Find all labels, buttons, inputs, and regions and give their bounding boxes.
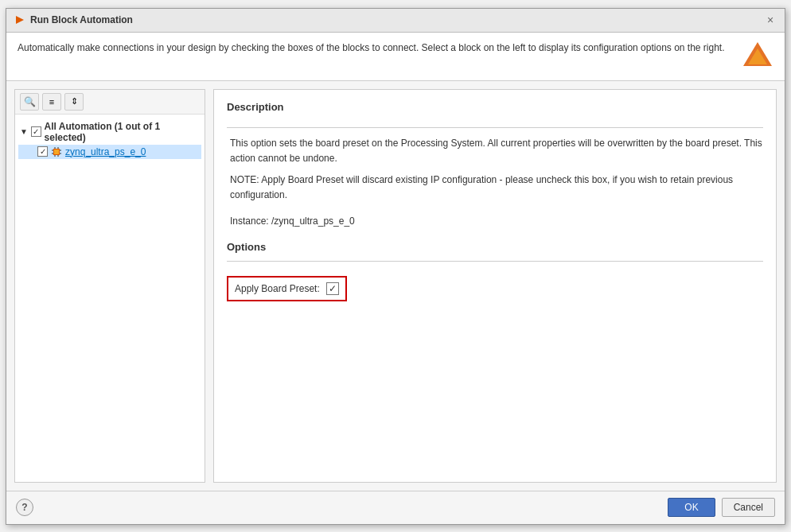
title-bar: Run Block Automation × <box>6 9 785 33</box>
footer-buttons: OK Cancel <box>668 498 775 517</box>
svg-rect-4 <box>54 150 59 154</box>
expand-all-button[interactable]: ⇕ <box>64 93 84 111</box>
content-area: 🔍 ≡ ⇕ ▼ ✓ All Automation (1 out of 1 sel… <box>6 81 785 491</box>
collapse-icon: ≡ <box>49 97 54 107</box>
search-button[interactable]: 🔍 <box>20 93 39 111</box>
tree-expand-arrow: ▼ <box>20 127 28 136</box>
dialog-title: Run Block Automation <box>30 14 133 25</box>
left-toolbar: 🔍 ≡ ⇕ <box>15 90 205 115</box>
description-paragraph2: NOTE: Apply Board Preset will discard ex… <box>227 173 763 203</box>
options-section: Options Apply Board Preset: ✓ <box>227 230 763 301</box>
title-bar-left: Run Block Automation <box>14 14 133 25</box>
expand-icon: ⇕ <box>71 96 78 107</box>
collapse-all-button[interactable]: ≡ <box>42 93 61 111</box>
instance-text: Instance: /zynq_ultra_ps_e_0 <box>227 216 763 227</box>
tree-area: ▼ ✓ All Automation (1 out of 1 selected)… <box>15 115 205 482</box>
tree-item-zynq[interactable]: ✓ zynq_ultra_ps_ <box>18 145 201 159</box>
description-divider <box>227 127 763 128</box>
description-paragraph1: This option sets the board preset on the… <box>227 136 763 166</box>
apply-board-preset-check: ✓ <box>329 283 337 294</box>
xilinx-logo <box>742 41 773 72</box>
right-panel: Description This option sets the board p… <box>213 89 777 483</box>
left-panel: 🔍 ≡ ⇕ ▼ ✓ All Automation (1 out of 1 sel… <box>14 89 205 483</box>
tree-item-all-automation[interactable]: ▼ ✓ All Automation (1 out of 1 selected) <box>18 119 201 145</box>
options-divider <box>227 261 763 262</box>
search-icon: 🔍 <box>24 96 36 107</box>
description-section-title: Description <box>227 101 763 113</box>
footer: ? OK Cancel <box>6 491 785 524</box>
apply-board-preset-row: Apply Board Preset: ✓ <box>227 276 347 301</box>
zynq-checkbox[interactable]: ✓ <box>37 146 48 157</box>
chip-icon <box>51 146 62 157</box>
close-button[interactable]: × <box>764 14 777 26</box>
run-icon <box>14 14 25 25</box>
svg-marker-0 <box>16 16 24 24</box>
apply-board-preset-checkbox[interactable]: ✓ <box>326 282 339 295</box>
all-automation-label: All Automation (1 out of 1 selected) <box>45 121 200 143</box>
all-automation-checkbox[interactable]: ✓ <box>31 126 41 137</box>
header-info-text: Automatically make connections in your d… <box>18 41 742 55</box>
help-button[interactable]: ? <box>16 499 33 516</box>
apply-board-preset-label: Apply Board Preset: <box>235 283 320 294</box>
ok-button[interactable]: OK <box>668 498 715 517</box>
zynq-label: zynq_ultra_ps_e_0 <box>65 146 146 157</box>
header-info: Automatically make connections in your d… <box>6 33 785 81</box>
options-section-title: Options <box>227 241 763 253</box>
cancel-button[interactable]: Cancel <box>722 498 775 517</box>
run-block-automation-dialog: Run Block Automation × Automatically mak… <box>6 8 785 525</box>
